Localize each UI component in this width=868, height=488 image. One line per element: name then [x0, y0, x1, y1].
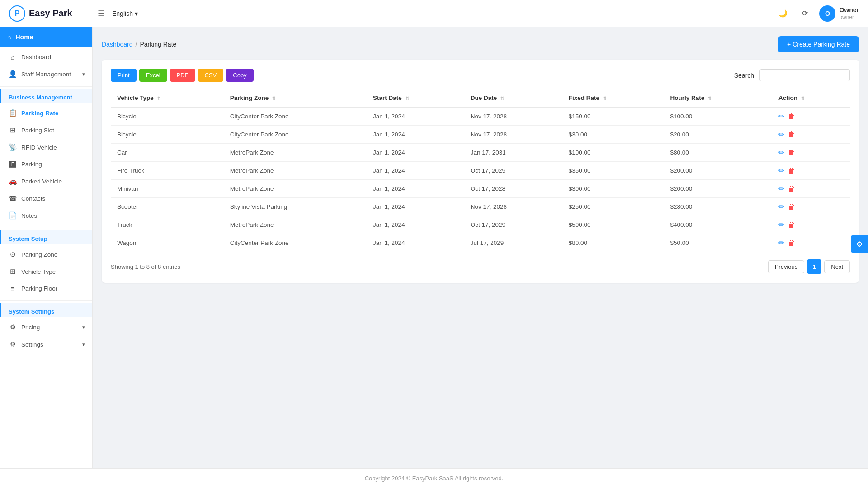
cell-action: ✏ 🗑 — [772, 144, 850, 162]
cell-due-date: Oct 17, 2029 — [464, 162, 562, 180]
delete-button[interactable]: 🗑 — [788, 185, 795, 193]
sidebar-item-parking-slot[interactable]: ⊞ Parking Slot — [0, 122, 92, 139]
chevron-down-icon: ▾ — [82, 342, 85, 347]
sidebar-item-parked-vehicle[interactable]: 🚗 Parked Vehicle — [0, 173, 92, 190]
sidebar-item-parking-floor[interactable]: ≡ Parking Floor — [0, 280, 92, 297]
create-parking-rate-button[interactable]: + Create Parking Rate — [778, 36, 859, 52]
search-box: Search: — [734, 69, 850, 81]
sidebar-section-settings-items: ⚙ Pricing ▾ ⚙ Settings ▾ — [0, 317, 92, 355]
sidebar-item-parking-rate[interactable]: 📋 Parking Rate — [0, 104, 92, 122]
main-content: Dashboard / Parking Rate + Create Parkin… — [93, 27, 868, 468]
cell-vehicle-type: Bicycle — [111, 107, 224, 126]
excel-button[interactable]: Excel — [139, 69, 167, 82]
sidebar-section-system-settings: System Settings — [0, 303, 92, 317]
sidebar-item-parking[interactable]: 🅿 Parking — [0, 156, 92, 173]
delete-button[interactable]: 🗑 — [788, 149, 795, 157]
sidebar-item-notes[interactable]: 📄 Notes — [0, 207, 92, 224]
refresh-icon[interactable]: ⟳ — [797, 6, 812, 21]
table-row: Bicycle CityCenter Park Zone Jan 1, 2024… — [111, 126, 850, 144]
toolbar-buttons: Print Excel PDF CSV Copy — [111, 69, 254, 82]
cell-vehicle-type: Scooter — [111, 198, 224, 216]
sidebar-section-main: ⌂ Dashboard 👤 Staff Management ▾ — [0, 47, 92, 84]
sidebar-item-pricing[interactable]: ⚙ Pricing ▾ — [0, 319, 92, 336]
dark-mode-icon[interactable]: 🌙 — [776, 6, 790, 21]
pdf-button[interactable]: PDF — [170, 69, 195, 82]
user-info[interactable]: O Owner owner — [819, 5, 859, 22]
sidebar-item-rfid-vehicle[interactable]: 📡 RFID Vehicle — [0, 139, 92, 156]
sidebar-item-label: Parking Floor — [21, 285, 57, 292]
cell-parking-zone: CityCenter Park Zone — [224, 126, 367, 144]
parked-vehicle-icon: 🚗 — [9, 177, 17, 185]
delete-button[interactable]: 🗑 — [788, 239, 795, 247]
sidebar-item-vehicle-type[interactable]: ⊞ Vehicle Type — [0, 263, 92, 280]
previous-button[interactable]: Previous — [768, 260, 805, 273]
sidebar-item-home[interactable]: ⌂ Home — [0, 27, 92, 47]
edit-button[interactable]: ✏ — [778, 112, 784, 121]
layout: ⌂ Home ⌂ Dashboard 👤 Staff Management ▾ … — [0, 27, 868, 468]
sidebar-item-label: RFID Vehicle — [21, 144, 57, 151]
cell-action: ✏ 🗑 — [772, 162, 850, 180]
col-start-date: Start Date ⇅ — [367, 89, 464, 107]
sidebar-item-label: Staff Management — [21, 71, 71, 78]
language-selector[interactable]: English ▾ — [112, 10, 138, 17]
col-due-date: Due Date ⇅ — [464, 89, 562, 107]
contacts-icon: ☎ — [9, 194, 17, 202]
pagination-row: Showing 1 to 8 of 8 entries Previous 1 N… — [111, 259, 850, 274]
edit-button[interactable]: ✏ — [778, 239, 784, 247]
action-buttons: ✏ 🗑 — [778, 202, 844, 211]
edit-button[interactable]: ✏ — [778, 184, 784, 193]
edit-button[interactable]: ✏ — [778, 221, 784, 229]
print-button[interactable]: Print — [111, 69, 137, 82]
sort-icon: ⇅ — [157, 96, 161, 101]
cell-parking-zone: MetroPark Zone — [224, 180, 367, 198]
pricing-icon: ⚙ — [9, 323, 17, 331]
delete-button[interactable]: 🗑 — [788, 221, 795, 229]
sidebar-item-label: Parking Slot — [21, 127, 54, 134]
delete-button[interactable]: 🗑 — [788, 131, 795, 139]
parking-icon: 🅿 — [9, 160, 17, 168]
next-button[interactable]: Next — [824, 260, 850, 273]
breadcrumb-current: Parking Rate — [140, 41, 176, 48]
edit-button[interactable]: ✏ — [778, 148, 784, 157]
sidebar-item-settings[interactable]: ⚙ Settings ▾ — [0, 336, 92, 353]
delete-button[interactable]: 🗑 — [788, 113, 795, 121]
col-vehicle-type: Vehicle Type ⇅ — [111, 89, 224, 107]
settings-fab[interactable]: ⚙ — [851, 235, 868, 253]
csv-button[interactable]: CSV — [198, 69, 224, 82]
delete-button[interactable]: 🗑 — [788, 167, 795, 175]
cell-due-date: Nov 17, 2028 — [464, 107, 562, 126]
user-name: Owner — [839, 6, 859, 14]
sidebar-item-label: Contacts — [21, 195, 45, 202]
search-input[interactable] — [760, 69, 850, 81]
home-icon: ⌂ — [7, 33, 11, 41]
current-page-number[interactable]: 1 — [807, 259, 821, 274]
sidebar-item-contacts[interactable]: ☎ Contacts — [0, 190, 92, 207]
breadcrumb-dashboard[interactable]: Dashboard — [102, 41, 133, 48]
col-hourly-rate: Hourly Rate ⇅ — [664, 89, 772, 107]
page-header: Dashboard / Parking Rate + Create Parkin… — [102, 36, 859, 52]
table-head: Vehicle Type ⇅ Parking Zone ⇅ Start Date… — [111, 89, 850, 107]
cell-due-date: Jan 17, 2031 — [464, 144, 562, 162]
cell-parking-zone: Skyline Vista Parking — [224, 198, 367, 216]
cell-hourly-rate: $50.00 — [664, 234, 772, 252]
edit-button[interactable]: ✏ — [778, 130, 784, 139]
sidebar-item-label: Parking Rate — [21, 110, 59, 117]
rfid-icon: 📡 — [9, 143, 17, 151]
chevron-down-icon: ▾ — [82, 324, 85, 330]
sidebar-item-label: Dashboard — [21, 54, 51, 61]
cell-hourly-rate: $200.00 — [664, 180, 772, 198]
delete-button[interactable]: 🗑 — [788, 203, 795, 211]
parking-rate-card: Print Excel PDF CSV Copy Search: Vehicle… — [102, 60, 859, 283]
copy-button[interactable]: Copy — [226, 69, 253, 82]
edit-button[interactable]: ✏ — [778, 166, 784, 175]
sidebar-item-parking-zone[interactable]: ⊙ Parking Zone — [0, 246, 92, 263]
sidebar-item-staff-management[interactable]: 👤 Staff Management ▾ — [0, 66, 92, 83]
col-action: Action ⇅ — [772, 89, 850, 107]
cell-start-date: Jan 1, 2024 — [367, 107, 464, 126]
sidebar-item-label: Settings — [21, 341, 43, 348]
sidebar-item-dashboard[interactable]: ⌂ Dashboard — [0, 49, 92, 66]
edit-button[interactable]: ✏ — [778, 202, 784, 211]
action-buttons: ✏ 🗑 — [778, 221, 844, 229]
hamburger-icon[interactable]: ☰ — [98, 9, 105, 19]
col-parking-zone: Parking Zone ⇅ — [224, 89, 367, 107]
